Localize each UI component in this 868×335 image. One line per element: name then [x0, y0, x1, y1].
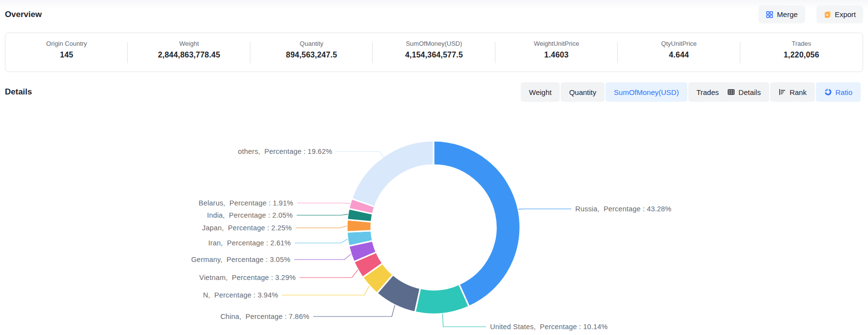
details-header-row: Details Weight Quantity SumOfMoney(USD) …	[0, 82, 868, 102]
tab-label: Quantity	[569, 88, 596, 96]
tab-label: Trades	[697, 88, 719, 96]
slice-label: India, Percentage : 2.05%	[207, 211, 293, 219]
stat-value: 2,844,863,778.45	[158, 51, 220, 59]
slice-label: Russia, Percentage : 43.28%	[575, 205, 671, 213]
export-button-label: Export	[835, 10, 856, 19]
tab-weight[interactable]: Weight	[521, 82, 560, 102]
stat-trades: Trades 1,220,056	[740, 33, 863, 72]
label-leader-line	[313, 305, 395, 316]
pie-slice-russia[interactable]	[434, 141, 520, 306]
stat-label: SumOfMoney(USD)	[406, 39, 462, 48]
merge-grid-icon	[766, 11, 774, 19]
stat-label: Weight	[179, 39, 199, 48]
stat-value: 1.4603	[544, 51, 568, 59]
label-leader-line	[282, 286, 369, 295]
label-leader-line	[518, 209, 571, 209]
view-rank-button[interactable]: Rank	[770, 82, 815, 102]
slice-label: Vietnam, Percentage : 3.29%	[199, 274, 296, 281]
stat-qty-unit-price: QtyUnitPrice 4.644	[618, 33, 740, 72]
slice-label: Germany, Percentage : 3.05%	[191, 256, 290, 263]
details-section-title: Details	[5, 87, 32, 97]
overview-stats-card: Origin Country 145 Weight 2,844,863,778.…	[5, 33, 863, 72]
label-leader-line	[300, 270, 358, 278]
stat-label: Origin Country	[46, 39, 87, 48]
stat-label: Quantity	[300, 39, 323, 48]
stat-value: 4,154,364,577.5	[405, 51, 463, 59]
slice-label: China, Percentage : 7.86%	[220, 313, 309, 320]
donut-icon	[824, 88, 832, 96]
tab-sum-of-money[interactable]: SumOfMoney(USD)	[605, 82, 687, 102]
topbar: Overview Merge	[0, 0, 868, 27]
stat-value: 4.644	[669, 51, 689, 59]
label-leader-line	[294, 254, 351, 260]
pie-slice-others[interactable]	[352, 141, 434, 207]
slice-label: Iran, Percentage : 2.61%	[208, 239, 291, 247]
label-leader-line	[442, 314, 486, 327]
merge-button[interactable]: Merge	[758, 5, 805, 23]
stat-label: Trades	[792, 39, 811, 48]
slice-label: others, Percentage : 19.62%	[238, 148, 332, 155]
top-actions: Merge Export	[758, 5, 863, 23]
view-details-button[interactable]: Details	[719, 82, 769, 102]
page-title: Overview	[5, 10, 42, 19]
tab-label: SumOfMoney(USD)	[614, 88, 679, 96]
slice-label: N, Percentage : 3.94%	[203, 291, 278, 299]
view-tab-group: Details Rank	[719, 82, 861, 102]
stat-label: QtyUnitPrice	[661, 39, 697, 48]
tab-quantity[interactable]: Quantity	[561, 82, 604, 102]
merge-button-label: Merge	[777, 10, 798, 19]
slice-label: Belarus, Percentage : 1.91%	[199, 199, 293, 207]
stat-weight-unit-price: WeightUnitPrice 1.4603	[495, 33, 618, 72]
stat-value: 145	[60, 51, 73, 59]
pie-slice-united-states[interactable]	[415, 284, 469, 314]
label-leader-line	[295, 239, 348, 243]
stat-label: WeightUnitPrice	[534, 39, 579, 48]
ratio-donut-chart[interactable]: Russia, Percentage : 43.28%United States…	[0, 112, 868, 335]
label-leader-line	[296, 226, 347, 228]
export-file-icon	[824, 11, 831, 19]
stat-sum-of-money: SumOfMoney(USD) 4,154,364,577.5	[373, 33, 495, 72]
stat-value: 1,220,056	[784, 51, 819, 59]
stat-origin-country: Origin Country 145	[5, 33, 128, 72]
rank-bars-icon	[778, 88, 786, 96]
metric-tab-group: Weight Quantity SumOfMoney(USD) Trades	[521, 82, 727, 102]
view-tab-label: Ratio	[835, 88, 852, 96]
stat-weight: Weight 2,844,863,778.45	[128, 33, 250, 72]
label-leader-line	[297, 203, 350, 204]
label-leader-line	[336, 151, 383, 157]
label-leader-line	[297, 214, 348, 215]
stat-quantity: Quantity 894,563,247.5	[250, 33, 373, 72]
export-button[interactable]: Export	[816, 5, 863, 23]
table-icon	[727, 88, 735, 96]
slice-label: United States, Percentage : 10.14%	[490, 323, 608, 331]
view-tab-label: Details	[738, 88, 761, 96]
view-tab-label: Rank	[790, 88, 807, 96]
slice-label: Japan, Percentage : 2.25%	[202, 224, 292, 232]
tab-label: Weight	[529, 88, 551, 96]
stat-value: 894,563,247.5	[286, 51, 337, 59]
view-ratio-button[interactable]: Ratio	[816, 82, 861, 102]
